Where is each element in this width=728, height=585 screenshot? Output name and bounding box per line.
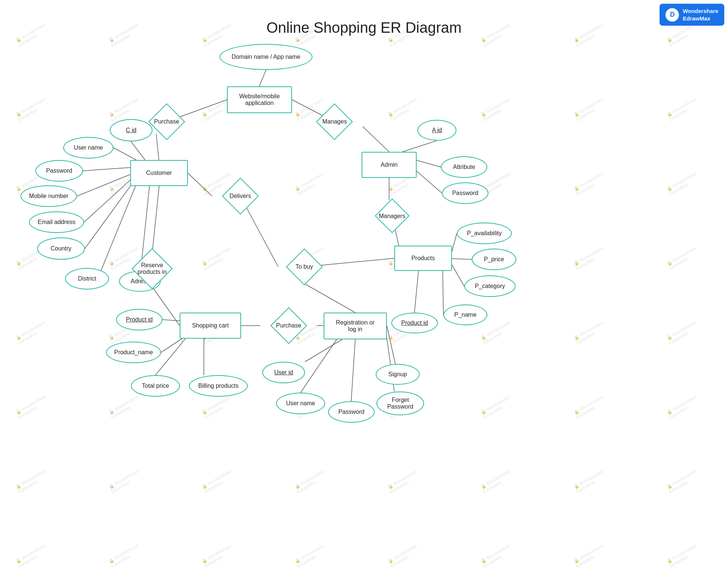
entity-country: Country [37, 237, 85, 260]
er-lines [0, 0, 728, 585]
entity-total_price: Total price [131, 375, 180, 397]
entity-password_reg: Password [328, 401, 375, 423]
entity-p_category: P_category [464, 275, 516, 297]
svg-line-36 [452, 259, 472, 259]
entity-mobile_number: Mobile number [20, 185, 77, 207]
svg-line-23 [301, 339, 337, 393]
entity-a_id: A id [417, 120, 456, 141]
entity-district: District [65, 268, 109, 290]
svg-line-24 [351, 339, 355, 401]
entity-c_id: C id [110, 119, 153, 141]
entity-domain_name: Domain name / App name [219, 44, 312, 70]
entity-admin: Admin [362, 152, 417, 178]
svg-line-35 [452, 233, 457, 251]
entity-manages_diamond: Manages [306, 105, 363, 138]
entity-shopping_cart: Shopping cart [180, 313, 241, 339]
svg-line-0 [259, 70, 266, 86]
entity-p_availability: P_availability [457, 223, 512, 244]
brand-name: WondershareEdrawMax [683, 7, 718, 22]
entity-product_name_cart: Product_name [106, 342, 161, 363]
entity-purchase_diamond_bottom: Purchase [260, 309, 317, 342]
entity-customer: Customer [130, 160, 188, 186]
svg-line-4 [363, 127, 389, 152]
entity-user_id_reg: User id [262, 362, 305, 383]
entity-products: Products [394, 246, 452, 271]
svg-line-34 [416, 170, 442, 193]
diagram-container: Online Shopping ER Diagram [0, 0, 728, 585]
entity-email_address: Email address [29, 211, 84, 233]
svg-line-18 [155, 338, 186, 375]
entity-managers_diamond: Managers [365, 200, 420, 232]
svg-line-10 [85, 185, 131, 249]
entity-forget_password: ForgetPassword [376, 391, 424, 415]
svg-line-8 [77, 174, 131, 196]
svg-line-14 [153, 185, 159, 250]
svg-line-33 [416, 160, 441, 167]
entity-signup: Signup [376, 364, 420, 385]
entity-delivers_diamond: Delivers [212, 179, 269, 213]
entity-product_id_cart: Product id [116, 309, 163, 330]
entity-billing_products: Billing products [189, 375, 248, 397]
brand-badge: D WondershareEdrawMax [660, 4, 724, 26]
svg-line-38 [443, 271, 443, 315]
svg-line-37 [452, 265, 464, 286]
entity-p_price: P_price [472, 249, 516, 270]
entity-p_name: P_name [443, 304, 487, 325]
svg-line-5 [131, 141, 145, 160]
svg-line-16 [163, 320, 180, 321]
entity-user_name_reg: User name [276, 393, 325, 414]
svg-line-7 [83, 167, 131, 171]
entity-user_name_cust: User name [63, 137, 113, 159]
svg-line-28 [304, 284, 355, 313]
entity-to_buy_diamond: To buy [278, 250, 330, 284]
svg-line-6 [113, 148, 138, 161]
entity-registration_login: Registration orlog in [324, 313, 387, 339]
entity-password_cust: Password [35, 160, 83, 182]
svg-line-32 [403, 141, 437, 152]
svg-line-9 [84, 179, 131, 222]
entity-product_id_prod: Product id [391, 313, 438, 333]
entity-reserve_products_in: Reserveproducts in [123, 250, 182, 287]
entity-password_admin: Password [442, 182, 488, 204]
entity-attribute_ellipse: Attribute [441, 156, 487, 178]
brand-icon: D [666, 8, 679, 22]
entity-website_app: Website/mobileapplication [227, 86, 292, 113]
svg-line-13 [188, 173, 212, 196]
svg-line-39 [414, 271, 418, 313]
